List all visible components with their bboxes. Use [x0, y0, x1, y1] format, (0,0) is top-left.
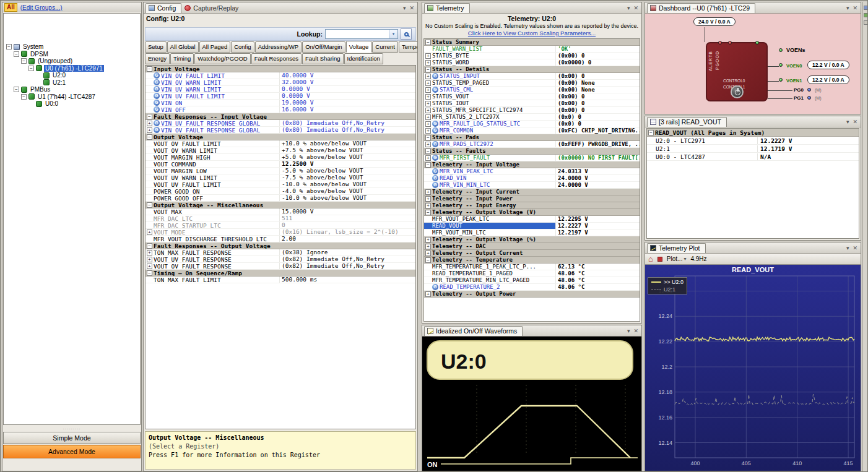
register-row[interactable]: VIN_OV_WARN_LIMIT 32.0000 V [145, 79, 415, 86]
row-expander-icon[interactable] [425, 196, 431, 202]
tree-expander-icon[interactable] [28, 66, 34, 71]
tree-expander-icon[interactable] [21, 94, 27, 100]
register-value[interactable]: 0.0000 V [279, 86, 415, 92]
panel-menu-icon[interactable] [846, 244, 849, 251]
tree-item[interactable]: DPSM [4, 51, 140, 58]
panel-close-icon[interactable] [853, 4, 857, 11]
register-row[interactable]: VIN_UV_FAULT_LIMIT 0.0000 V [145, 93, 415, 100]
telemetry-row[interactable]: STATUS_BYTE (0x00) 0 [424, 53, 640, 59]
register-value[interactable]: 0.0000 V [279, 93, 415, 99]
register-value[interactable]: 500.000 ms [279, 277, 415, 283]
config-tab[interactable]: Voltage [346, 41, 372, 53]
row-expander-icon[interactable] [425, 87, 431, 93]
row-expander-icon[interactable] [147, 127, 152, 133]
config-tab[interactable]: Energy [145, 53, 170, 64]
tab-rails[interactable]: [3 rails] READ_VOUT [647, 117, 727, 127]
telemetry-row[interactable]: MFR_TEMPERATURE_MIN_LTC_PAGED 48.06 °C [424, 277, 640, 284]
panel-menu-icon[interactable] [627, 4, 630, 11]
config-tab[interactable]: Identification [344, 53, 383, 64]
register-row[interactable]: Timing – On Sequence/Ramp [145, 270, 415, 277]
telemetry-row[interactable]: STATUS_CML (0x00) None [424, 87, 640, 93]
row-expander-icon[interactable] [425, 291, 431, 297]
docked-panel-icon[interactable] [864, 13, 868, 17]
tree-expander-icon[interactable] [14, 87, 19, 92]
row-expander-icon[interactable] [425, 155, 431, 161]
row-expander-icon[interactable] [425, 135, 431, 140]
lookup-input[interactable] [325, 29, 398, 39]
register-value[interactable]: (0x16) Linear, lsb_size = 2^(-10) [279, 229, 415, 235]
tab-telemetry-plot[interactable]: Telemetry Plot [647, 243, 706, 253]
telemetry-row[interactable]: Telemetry -- Input Current [424, 189, 640, 195]
panel-close-icon[interactable] [853, 118, 857, 125]
config-tab[interactable]: Fault Responses [251, 53, 302, 64]
telemetry-row[interactable]: Telemetry -- DAC [424, 243, 640, 250]
row-expander-icon[interactable] [147, 250, 152, 255]
lookup-search-button[interactable] [401, 28, 412, 40]
register-row[interactable]: VOUT_MAX 15.0000 V [145, 208, 415, 215]
voen0-led[interactable] [779, 63, 783, 67]
telemetry-row[interactable]: STATUS_MFR_SPECIFIC_LTC2974 (0x00) 0 [424, 107, 640, 114]
power-button[interactable] [731, 85, 744, 98]
rail-row[interactable]: U2:0 - LTC2971 12.2227 V [647, 137, 859, 145]
config-tab[interactable]: Timing [170, 53, 194, 64]
register-value[interactable]: +10.0 % above/below VOUT [279, 140, 415, 147]
docked-panel-icon[interactable] [864, 6, 868, 10]
register-row[interactable]: VIN_UV_WARN_LIMIT 0.0000 V [145, 86, 415, 93]
register-row[interactable]: VOUT_MARGIN_LOW -5.0 % above/below VOUT [145, 168, 415, 174]
row-expander-icon[interactable] [147, 264, 152, 269]
register-value[interactable]: (0x82) Immediate Off,No_Retry [279, 263, 415, 269]
telemetry-row[interactable]: Status -- Pads [424, 134, 640, 141]
panel-menu-icon[interactable] [846, 118, 849, 125]
register-row[interactable]: Fault Responses -- Input Voltage [145, 113, 415, 120]
register-row[interactable]: VOUT_MODE (0x16) Linear, lsb_size = 2^(-… [145, 229, 415, 236]
register-value[interactable]: 32.0000 V [279, 79, 415, 85]
panel-close-icon[interactable] [633, 4, 638, 11]
telemetry-row[interactable]: Status -- Faults [424, 148, 640, 155]
register-row[interactable]: TON_MAX_FAULT_LIMIT 500.000 ms [145, 277, 415, 283]
telemetry-row[interactable]: Telemetry -- Input Voltage [424, 161, 640, 168]
config-tab[interactable]: Fault Sharing [302, 53, 344, 64]
tree-expander-icon[interactable] [21, 58, 27, 64]
register-value[interactable]: -5.0 % above/below VOUT [279, 168, 415, 174]
register-row[interactable]: VIN_UV_FAULT_RESPONSE_GLOBAL (0x80) Imme… [145, 120, 415, 127]
rails-table-header[interactable]: READ_VOUT (All Pages in System) [647, 129, 859, 137]
telemetry-row[interactable]: Telemetry -- Input Power [424, 195, 640, 202]
tree-expander-icon[interactable] [14, 51, 19, 57]
register-value[interactable]: 0 [279, 222, 415, 228]
telemetry-row[interactable]: MFR_TEMPERATURE_1_PEAK_LTC_P... 62.13 °C [424, 264, 640, 270]
register-row[interactable]: Output Voltage [145, 134, 415, 140]
telemetry-row[interactable]: READ_TEMPERATURE_1_PAGED 48.06 °C [424, 270, 640, 277]
row-expander-icon[interactable] [147, 230, 152, 235]
telemetry-row[interactable]: Telemetry -- Output Current [424, 250, 640, 257]
register-value[interactable]: -7.5 % above/below VOUT [279, 174, 415, 181]
row-expander-icon[interactable] [147, 257, 152, 262]
telemetry-row[interactable]: READ_VIN 24.0000 V [424, 175, 640, 182]
register-row[interactable]: VIN_OV_FAULT_RESPONSE_GLOBAL (0x80) Imme… [145, 127, 415, 134]
telemetry-row[interactable]: MFR_PADS_LTC2972 (0xFEFF) PWRGDB_DRIVE, … [424, 141, 640, 148]
panel-menu-icon[interactable] [627, 327, 630, 334]
register-row[interactable]: VIN_OFF 16.0000 V [145, 106, 415, 113]
tree-item[interactable]: System [4, 43, 140, 51]
tab-idealized-waveforms[interactable]: Idealized On/Off Waveforms [424, 326, 523, 336]
tree-item[interactable]: U2:0 [4, 72, 140, 79]
tree-item[interactable]: U0:0 [4, 100, 140, 108]
plot-menu-button[interactable]: Plot... [667, 255, 687, 262]
row-expander-icon[interactable] [425, 244, 431, 249]
register-value[interactable]: -10.0 % above/below VOUT [279, 195, 415, 201]
register-value[interactable]: (0x80) Immediate Off,No_Retry [279, 120, 415, 126]
tree-item[interactable]: U1 (7'h44) -LTC4287 [4, 93, 140, 101]
config-tab[interactable]: Current [372, 41, 398, 53]
row-expander-icon[interactable] [425, 80, 431, 86]
register-row[interactable]: VOUT_OV_FAULT_LIMIT +10.0 % above/below … [145, 140, 415, 147]
row-expander-icon[interactable] [147, 270, 152, 276]
row-expander-icon[interactable] [425, 162, 431, 168]
telemetry-row[interactable]: Telemetry -- Output Power [424, 291, 640, 298]
telemetry-row[interactable]: MFR_VOUT_PEAK_LTC 12.2295 V [424, 216, 640, 223]
row-expander-icon[interactable] [425, 142, 431, 147]
register-value[interactable]: (0x38) Ignore [279, 249, 415, 255]
tab-telemetry[interactable]: Telemetry [424, 3, 470, 13]
telemetry-row[interactable]: STATUS_VOUT (0x00) 0 [424, 93, 640, 100]
register-value[interactable]: 16.0000 V [279, 106, 415, 113]
register-row[interactable]: TON_MAX_FAULT_RESPONSE (0x38) Ignore [145, 249, 415, 256]
register-row[interactable]: Output Voltage -- Miscellaneous [145, 202, 415, 208]
